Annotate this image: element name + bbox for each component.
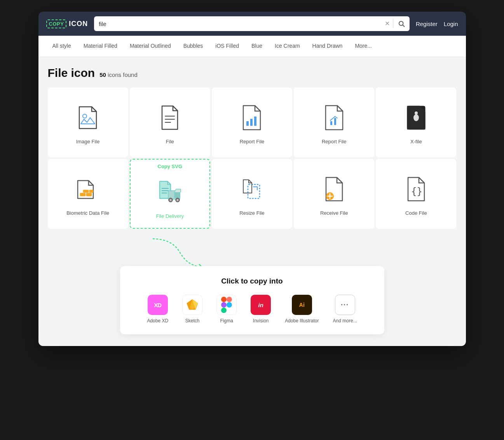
card-label-code-file: Code File [405,210,427,216]
card-label-receive-file: Receive File [320,210,348,216]
report-file-2-icon [319,102,350,133]
bottom-section: Click to copy into XD Adobe XD [38,235,466,346]
resize-file-icon [236,174,267,205]
main-content: File icon 50 icons found Image File [38,57,466,235]
tab-ice-cream[interactable]: Ice Cream [269,36,306,57]
card-label-image-file: Image File [76,139,100,144]
more-label: And more... [333,318,357,323]
logo: COPY ICON [46,19,88,28]
svg-rect-39 [221,302,227,308]
figma-label: Figma [220,318,233,323]
svg-rect-23 [174,192,180,198]
ai-icon: Ai [292,295,312,315]
search-input[interactable] [94,21,382,27]
icon-card-report-file-2[interactable]: Report File [294,87,374,157]
tab-hand-drawn[interactable]: Hand Drawn [306,36,349,57]
copy-arrow [141,235,219,270]
sketch-icon [182,295,202,315]
svg-rect-9 [330,121,332,125]
more-icon: ··· [335,295,355,315]
tab-all-style[interactable]: All style [46,36,77,57]
app-icon-ai[interactable]: Ai Adobe Illustrator [285,295,319,323]
search-clear-button[interactable]: ✕ [382,21,393,27]
svg-rect-40 [227,302,232,308]
svg-line-1 [403,25,404,26]
x-file-icon [401,102,432,133]
icon-card-x-file[interactable]: X-file [376,87,456,157]
icon-card-code-file[interactable]: {} Code File [376,159,456,229]
code-file-icon: {} [401,174,432,205]
tab-bubbles[interactable]: Bubbles [177,36,209,57]
app-icon-more[interactable]: ··· And more... [333,295,357,323]
sketch-label: Sketch [185,318,200,323]
icon-count: 50 [99,71,106,78]
receive-file-icon [319,174,350,205]
card-label-biometric-data-file: Biometric Data File [66,210,109,216]
card-label-x-file: X-file [410,139,422,144]
tab-ios-filled[interactable]: iOS Filled [209,36,245,57]
copy-svg-badge: Copy SVG [157,163,182,169]
xd-label: Adobe XD [147,318,168,323]
search-button[interactable] [393,20,410,27]
copy-panel: Click to copy into XD Adobe XD [120,266,384,334]
logo-icon-text: ICON [69,20,88,28]
app-icons-row: XD Adobe XD Sketch [136,295,369,323]
svg-point-14 [415,111,418,115]
svg-text:{}: {} [411,186,422,197]
figma-icon [216,295,237,315]
tab-blue[interactable]: Blue [245,36,269,57]
count-suffix: icons found [108,71,138,78]
browser-window: COPY ICON ✕ Register Login All style Mat… [38,12,466,346]
svg-rect-16 [86,193,92,196]
svg-point-13 [413,114,419,121]
invision-icon: in [251,295,271,315]
svg-rect-37 [221,297,227,302]
image-file-icon [72,102,103,133]
icon-card-file[interactable]: File [130,87,210,157]
icon-card-file-delivery[interactable]: Copy SVG [130,159,210,229]
svg-rect-41 [221,308,227,313]
card-label-resize-file: Resize File [239,210,264,216]
tab-more[interactable]: More... [349,36,378,57]
copy-panel-title: Click to copy into [136,277,369,285]
svg-point-2 [83,114,87,118]
card-label-file: File [166,139,174,144]
icon-card-resize-file[interactable]: Resize File [212,159,292,229]
icon-card-image-file[interactable]: Image File [48,87,128,157]
file-icon [154,102,185,133]
register-link[interactable]: Register [416,21,438,27]
svg-rect-8 [254,117,256,126]
auth-links: Register Login [416,21,458,27]
app-icon-sketch[interactable]: Sketch [182,295,202,323]
card-label-report-file-1: Report File [240,139,265,144]
card-label-report-file-2: Report File [322,139,347,144]
icon-grid: Image File File [48,87,457,229]
svg-rect-6 [246,121,249,126]
page-title-row: File icon 50 icons found [48,66,457,80]
svg-rect-18 [89,190,93,193]
icon-card-receive-file[interactable]: Receive File [294,159,374,229]
logo-copy: COPY [46,19,67,28]
svg-rect-38 [227,297,232,302]
header: COPY ICON ✕ Register Login [38,12,466,36]
svg-point-27 [177,199,178,201]
biometric-data-file-icon [72,174,103,205]
icon-card-report-file-1[interactable]: Report File [212,87,292,157]
svg-rect-17 [83,190,89,193]
icon-card-biometric-data-file[interactable]: Biometric Data File [48,159,128,229]
page-title: File icon [48,66,95,80]
svg-point-26 [170,199,171,201]
ai-label: Adobe Illustrator [285,318,319,323]
svg-rect-7 [250,119,253,126]
login-link[interactable]: Login [444,21,458,27]
tab-material-outlined[interactable]: Material Outlined [124,36,177,57]
app-icon-invision[interactable]: in Invision [251,295,271,323]
count-badge: 50 icons found [99,71,138,78]
tab-material-filled[interactable]: Material Filled [77,36,124,57]
svg-rect-15 [80,193,85,196]
app-icon-xd[interactable]: XD Adobe XD [147,295,168,323]
file-delivery-icon [154,177,185,208]
svg-rect-10 [334,118,336,125]
invision-label: Invision [253,318,269,323]
app-icon-figma[interactable]: Figma [216,295,237,323]
